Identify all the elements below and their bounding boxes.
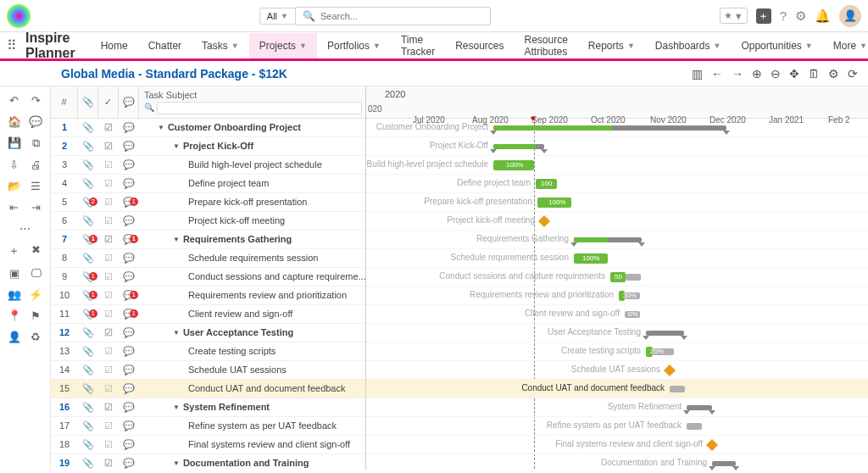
zoom-in-icon[interactable]: ⊕ [752,67,762,81]
task-row[interactable]: 9📎1☑💬Conduct sessions and capture requir… [51,268,365,287]
folder-icon[interactable]: 📂 [6,180,23,192]
task-subject[interactable]: Conduct sessions and capture requireme..… [139,271,365,281]
task-row[interactable]: 8📎☑💬Schedule requirements session [51,249,365,268]
chat-icon[interactable]: 💬 [119,253,139,264]
check-icon[interactable]: ☑ [98,178,119,189]
export-icon[interactable]: ⇩ [6,159,23,171]
task-row[interactable]: 15📎☑💬Conduct UAT and document feedback [51,380,365,398]
monitor-icon[interactable]: 🖵 [27,267,44,280]
comment-icon[interactable]: 💬 [27,115,44,128]
task-subject[interactable]: Conduct UAT and document feedback [139,383,365,393]
check-icon[interactable]: ☑ [98,159,119,170]
check-icon[interactable]: ☑ [98,253,119,264]
search-scope-dropdown[interactable]: All ▼ [259,8,296,25]
collapse-icon[interactable]: ▼ [173,236,180,243]
check-icon[interactable]: ☑ [98,122,119,133]
check-icon[interactable]: ☑ [98,215,119,226]
attachment-icon[interactable]: 📎 [78,159,98,170]
check-icon[interactable]: ☑ [98,402,119,413]
attachment-icon[interactable]: 📎1 [78,290,98,301]
save-icon[interactable]: 💾 [6,136,23,150]
attachment-icon[interactable]: 📎 [78,458,98,469]
outdent-icon[interactable]: ⇤ [6,201,23,214]
task-row[interactable]: 11📎1☑💬1Client review and sign-off [51,305,365,324]
delete-icon[interactable]: ✖ [27,243,44,259]
redo-icon[interactable]: ↷ [27,94,44,107]
indent-icon[interactable]: ⇥ [27,201,44,214]
chat-icon[interactable]: 💬 [119,178,139,189]
chat-icon[interactable]: 💬 [119,346,139,357]
check-icon[interactable]: ☑ [98,327,119,338]
chat-icon[interactable]: 💬1 [119,197,139,208]
refresh-icon[interactable]: ⟳ [848,67,858,81]
print-icon[interactable]: 🖨 [27,159,44,171]
task-row[interactable]: 3📎☑💬Build high-level project schedule [51,156,365,175]
check-icon[interactable]: ☑ [98,383,119,394]
task-subject[interactable]: Requirements review and prioritization [139,290,365,300]
task-subject[interactable]: ▼System Refinement [139,402,365,412]
calendar-icon[interactable]: 🗓 [808,67,820,81]
task-row[interactable]: 19📎☑💬▼Documentation and Training [51,454,365,470]
task-subject[interactable]: Project kick-off meeting [139,215,365,225]
screen-icon[interactable]: ▣ [6,267,23,280]
gantt-bar[interactable] [646,331,684,336]
attachment-icon[interactable]: 📎 [78,346,98,357]
attachment-icon[interactable]: 📎 [78,178,98,189]
collapse-icon[interactable]: ▼ [158,124,164,131]
task-subject[interactable]: Create testing scripts [139,346,365,356]
nav-chatter[interactable]: Chatter [138,33,192,58]
task-row[interactable]: 4📎☑💬Define project team [51,175,365,193]
chat-icon[interactable]: 💬 [119,458,139,469]
task-subject[interactable]: Refine system as per UAT feedback [139,420,365,431]
check-icon[interactable]: ☑ [98,439,119,450]
nav-portfolios[interactable]: Portfolios▼ [317,33,391,58]
check-icon[interactable]: ☑ [98,364,119,376]
gear-icon[interactable]: ⚙ [828,67,839,81]
task-subject[interactable]: ▼User Acceptance Testing [139,327,365,337]
chat-icon[interactable]: 💬 [119,271,139,282]
nav-reports[interactable]: Reports▼ [578,33,645,58]
task-row[interactable]: 2📎☑💬▼Project Kick-Off [51,137,365,156]
global-search[interactable]: 🔍 [296,7,491,25]
chat-icon[interactable]: 💬 [119,215,139,226]
task-subject[interactable]: ▼Project Kick-Off [139,141,365,151]
check-icon[interactable]: ☑ [98,197,119,208]
home-icon[interactable]: 🏠 [6,115,23,128]
task-subject[interactable]: ▼Requirements Gathering [139,234,365,244]
flag-icon[interactable]: ⚑ [27,309,44,322]
task-subject[interactable]: ▼Documentation and Training [139,458,365,468]
chat-icon[interactable]: 💬 [119,439,139,450]
search-input[interactable] [320,11,483,21]
nav-back-icon[interactable]: ← [711,67,723,81]
assign-icon[interactable]: 👤 [6,331,23,343]
gantt-bar[interactable] [687,405,712,410]
pin-icon[interactable]: 📍 [6,309,23,322]
users-icon[interactable]: 👥 [6,288,23,301]
chat-icon[interactable]: 💬 [119,141,139,152]
attachment-icon[interactable]: 📎 [78,122,98,133]
gantt-bar[interactable] [670,386,685,392]
attachment-icon[interactable]: 📎 [78,439,98,450]
task-subject[interactable]: ▼Customer Onboarding Project [139,122,365,132]
task-row[interactable]: 5📎2☑💬1Prepare kick-off presentation [51,193,365,212]
check-icon[interactable]: ☑ [98,141,119,152]
task-row[interactable]: 18📎☑💬Final systems review and client sig… [51,436,365,454]
attachment-icon[interactable]: 📎 [78,420,98,431]
gantt-bar[interactable] [687,423,702,430]
notifications-bell-icon[interactable]: 🔔 [815,8,831,24]
gantt-bar[interactable] [712,461,736,466]
chat-icon[interactable]: 💬1 [119,290,139,301]
task-subject[interactable]: Define project team [139,178,365,188]
subject-filter-input[interactable] [157,102,362,114]
task-row[interactable]: 7📎1☑💬1▼Requirements Gathering [51,231,365,249]
app-launcher-icon[interactable]: ⠿ [7,37,17,53]
collapse-icon[interactable]: ▼ [173,329,180,337]
attachment-icon[interactable]: 📎 [78,253,98,264]
task-row[interactable]: 17📎☑💬Refine system as per UAT feedback [51,417,365,436]
add-icon[interactable]: ＋ [6,243,23,259]
gantt-bar[interactable] [626,274,641,281]
task-subject[interactable]: Client review and sign-off [139,309,365,319]
help-icon[interactable]: ? [780,8,787,23]
nav-home[interactable]: Home [91,33,138,58]
milestone-diamond[interactable] [538,215,550,227]
